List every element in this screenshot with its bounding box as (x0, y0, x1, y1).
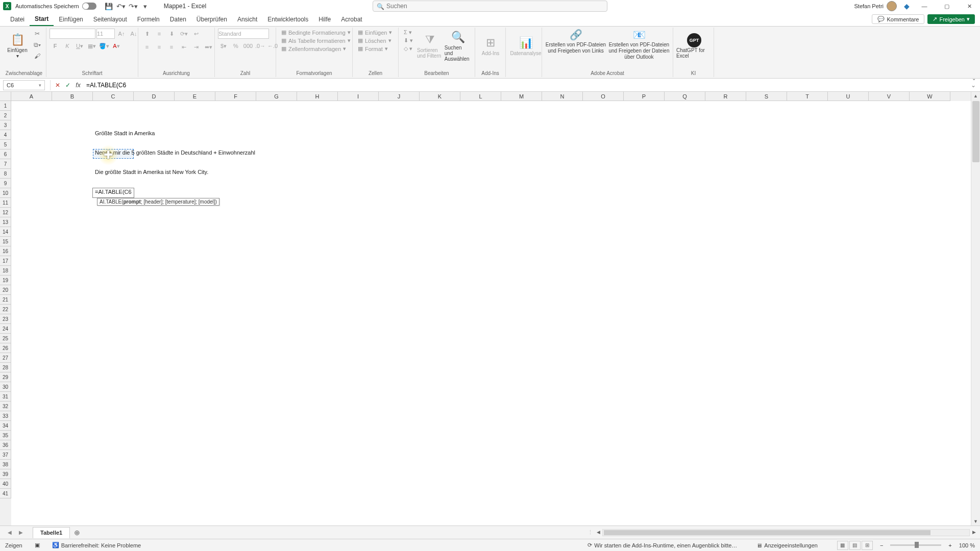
column-header-V[interactable]: V (869, 92, 910, 101)
row-header-8[interactable]: 8 (0, 169, 11, 179)
column-header-K[interactable]: K (420, 92, 460, 101)
row-header-1[interactable]: 1 (0, 101, 11, 111)
row-header-17[interactable]: 17 (0, 256, 11, 266)
formula-enter-icon[interactable]: ✓ (63, 80, 73, 90)
row-header-24[interactable]: 24 (0, 324, 11, 334)
column-header-H[interactable]: H (297, 92, 338, 101)
restore-icon[interactable]: ▢ (939, 1, 954, 11)
comments-button[interactable]: 💬 Kommentare (872, 14, 924, 24)
view-page-break-icon[interactable]: ⊞ (862, 541, 873, 550)
column-header-N[interactable]: N (542, 92, 583, 101)
addins-button[interactable]: ⊞ Add-Ins (478, 29, 503, 63)
row-header-16[interactable]: 16 (0, 246, 11, 256)
paste-button[interactable]: 📋 Einfügen▾ (5, 29, 30, 63)
close-icon[interactable]: ✕ (962, 1, 977, 11)
column-header-D[interactable]: D (134, 92, 175, 101)
data-analysis-button[interactable]: 📊 Datenanalyse (509, 29, 543, 63)
align-middle-icon[interactable]: ≡ (154, 29, 165, 39)
sort-filter-button[interactable]: ⧩ Sortieren und Filtern (417, 29, 443, 63)
decrease-font-icon[interactable]: A↓ (128, 29, 139, 39)
column-header-C[interactable]: C (93, 92, 134, 101)
row-header-20[interactable]: 20 (0, 285, 11, 295)
sheet-nav-next-icon[interactable]: ▶ (16, 528, 26, 537)
zoom-slider[interactable] (890, 544, 941, 546)
tab-hilfe[interactable]: Hilfe (313, 12, 336, 26)
row-header-14[interactable]: 14 (0, 227, 11, 237)
row-header-28[interactable]: 28 (0, 363, 11, 372)
redo-icon[interactable]: ↷▾ (128, 1, 139, 12)
autosave-toggle[interactable] (82, 3, 96, 10)
zoom-out-icon[interactable]: − (880, 542, 883, 548)
tab-start[interactable]: Start (30, 12, 54, 26)
increase-font-icon[interactable]: A↑ (116, 29, 127, 39)
select-all-corner[interactable] (0, 92, 11, 101)
align-right-icon[interactable]: ≡ (166, 42, 177, 52)
cell-styles-button[interactable]: ▦ Zellenformatvorlagen ▾ (279, 45, 349, 53)
row-header-9[interactable]: 9 (0, 179, 11, 188)
scroll-left-icon[interactable]: ◀ (595, 530, 602, 536)
column-header-J[interactable]: J (379, 92, 420, 101)
view-normal-icon[interactable]: ▦ (837, 541, 848, 550)
display-settings-button[interactable]: 🖥 Anzeigeeinstellungen (756, 542, 818, 548)
column-header-Q[interactable]: Q (665, 92, 705, 101)
clear-icon[interactable]: ◇ ▾ (402, 45, 415, 53)
row-header-36[interactable]: 36 (0, 440, 11, 450)
column-header-G[interactable]: G (256, 92, 297, 101)
cut-icon[interactable]: ✂ (32, 29, 43, 39)
align-center-icon[interactable]: ≡ (154, 42, 165, 52)
formula-expand-icon[interactable]: ⌄ (971, 82, 976, 89)
row-header-2[interactable]: 2 (0, 111, 11, 120)
formula-input[interactable] (83, 80, 971, 90)
hscroll-thumb[interactable] (604, 530, 930, 535)
currency-icon[interactable]: $▾ (218, 41, 229, 51)
copy-icon[interactable]: ⧉▾ (32, 40, 43, 50)
row-header-10[interactable]: 10 (0, 188, 11, 198)
row-header-37[interactable]: 37 (0, 450, 11, 460)
tab-daten[interactable]: Daten (165, 12, 191, 26)
font-color-icon[interactable]: A▾ (111, 41, 122, 51)
cell-c4[interactable]: Größte Stadt in Amerika (94, 130, 156, 136)
scroll-right-icon[interactable]: ▶ (970, 530, 977, 536)
name-box-dropdown-icon[interactable]: ▾ (39, 83, 41, 88)
cell-c10-formula[interactable]: =AI.TABLE(C6 (94, 189, 133, 195)
sheet-tab-active[interactable]: Tabelle1 (33, 527, 70, 538)
row-header-5[interactable]: 5 (0, 140, 11, 149)
save-icon[interactable]: 💾 (103, 1, 114, 12)
row-header-7[interactable]: 7 (0, 159, 11, 169)
tab-entwicklertools[interactable]: Entwicklertools (262, 12, 313, 26)
row-header-38[interactable]: 38 (0, 460, 11, 469)
column-header-E[interactable]: E (175, 92, 215, 101)
column-header-S[interactable]: S (746, 92, 787, 101)
row-header-26[interactable]: 26 (0, 343, 11, 353)
share-button[interactable]: ↗ Freigeben ▾ (927, 14, 975, 24)
align-top-icon[interactable]: ⬆ (141, 29, 153, 39)
scroll-up-icon[interactable]: ▲ (971, 92, 980, 100)
percent-icon[interactable]: % (230, 41, 241, 51)
row-header-34[interactable]: 34 (0, 421, 11, 431)
row-header-40[interactable]: 40 (0, 479, 11, 489)
row-header-19[interactable]: 19 (0, 276, 11, 285)
number-format-select[interactable] (218, 29, 269, 39)
row-header-6[interactable]: 6 (0, 149, 11, 159)
row-header-30[interactable]: 30 (0, 382, 11, 392)
undo-icon[interactable]: ↶▾ (115, 1, 127, 12)
bold-icon[interactable]: F (50, 41, 61, 51)
column-header-F[interactable]: F (215, 92, 256, 101)
increase-decimal-icon[interactable]: .0→ (255, 41, 266, 51)
chatgpt-button[interactable]: GPT ChatGPT for Excel (676, 29, 712, 63)
row-header-31[interactable]: 31 (0, 392, 11, 402)
find-select-button[interactable]: 🔍 Suchen und Auswählen (445, 29, 472, 63)
user-account[interactable]: Stefan Petri (854, 1, 897, 11)
row-header-11[interactable]: 11 (0, 198, 11, 208)
row-header-32[interactable]: 32 (0, 402, 11, 411)
adobe-create-outlook-button[interactable]: 📧 Erstellen von PDF-Dateien und Freigebe… (608, 29, 670, 60)
cell-c6[interactable]: Nenne mir die 5 größten Städte in Deutsc… (94, 149, 256, 156)
border-icon[interactable]: ▦▾ (86, 41, 97, 51)
qat-customize-icon[interactable]: ▾ (140, 1, 151, 12)
column-header-A[interactable]: A (11, 92, 52, 101)
fx-icon[interactable]: fx (73, 80, 83, 90)
row-header-15[interactable]: 15 (0, 237, 11, 246)
row-header-23[interactable]: 23 (0, 314, 11, 324)
column-header-W[interactable]: W (910, 92, 950, 101)
fill-color-icon[interactable]: 🪣▾ (99, 41, 110, 51)
